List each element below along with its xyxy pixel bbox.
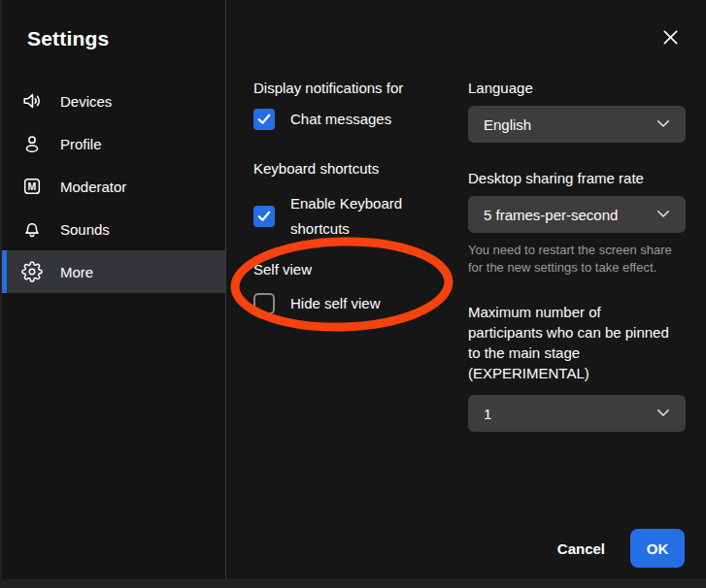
language-select[interactable]: English (468, 106, 686, 143)
settings-dialog: Settings Devices (2, 0, 706, 579)
dialog-title: Settings (27, 27, 225, 50)
sidebar-item-label: Sounds (60, 221, 110, 238)
max-pinned-label: Maximum number of participants who can b… (468, 302, 674, 383)
language-selected-value: English (484, 116, 531, 133)
cancel-button[interactable]: Cancel (557, 540, 605, 557)
frame-rate-label: Desktop sharing frame rate (468, 170, 686, 187)
max-pinned-select[interactable]: 1 (468, 395, 686, 432)
keyboard-section-label: Keyboard shortcuts (253, 160, 453, 178)
toggles-column: Display notifications for Chat messages … (253, 80, 453, 316)
enable-shortcuts-label: Enable Keyboard shortcuts (290, 191, 446, 242)
frame-rate-select[interactable]: 5 frames-per-second (468, 196, 686, 233)
hide-self-view-checkbox-row[interactable]: Hide self view (253, 291, 453, 316)
sidebar-item-label: Devices (60, 93, 112, 110)
sidebar-item-profile[interactable]: Profile (2, 122, 225, 165)
close-button[interactable] (659, 28, 681, 49)
sidebar-item-sounds[interactable]: Sounds (2, 208, 225, 250)
settings-nav: Devices Profile M Moder (2, 80, 225, 293)
sidebar-item-devices[interactable]: Devices (2, 80, 225, 122)
chat-messages-label: Chat messages (290, 107, 391, 132)
ok-button[interactable]: OK (630, 529, 685, 568)
bell-icon (21, 218, 43, 240)
checkbox-checked-icon[interactable] (253, 206, 275, 227)
checkbox-unchecked-icon[interactable] (253, 293, 275, 314)
sidebar-item-label: More (60, 264, 93, 280)
self-view-section-label: Self view (253, 261, 453, 278)
sidebar-item-label: Moderator (60, 179, 126, 195)
sidebar-item-more[interactable]: More (2, 250, 225, 293)
dialog-footer: Cancel OK (557, 529, 685, 568)
sidebar-item-moderator[interactable]: M Moderator (2, 165, 225, 208)
dropdowns-column: Language English Desktop sharing frame r… (468, 80, 686, 432)
checkbox-checked-icon[interactable] (253, 109, 275, 130)
language-label: Language (468, 80, 686, 97)
person-icon (21, 133, 43, 154)
speaker-icon (21, 90, 43, 112)
frame-rate-help-text: You need to restart the screen share for… (468, 242, 686, 276)
svg-text:M: M (28, 180, 37, 192)
close-icon (661, 28, 680, 49)
hide-self-view-label: Hide self view (290, 291, 381, 316)
more-settings-panel: Display notifications for Chat messages … (226, 0, 706, 579)
sidebar-item-label: Profile (60, 136, 102, 152)
chevron-down-icon (655, 114, 672, 135)
gear-icon (21, 261, 43, 282)
chat-messages-checkbox-row[interactable]: Chat messages (253, 107, 453, 132)
enable-shortcuts-checkbox-row[interactable]: Enable Keyboard shortcuts (253, 191, 453, 242)
max-pinned-selected-value: 1 (484, 406, 491, 422)
moderator-m-icon: M (21, 176, 43, 197)
chevron-down-icon (655, 404, 672, 424)
notifications-section-label: Display notifications for (253, 80, 453, 97)
chevron-down-icon (655, 205, 672, 225)
frame-rate-selected-value: 5 frames-per-second (484, 207, 618, 223)
settings-sidebar: Settings Devices (2, 0, 226, 579)
